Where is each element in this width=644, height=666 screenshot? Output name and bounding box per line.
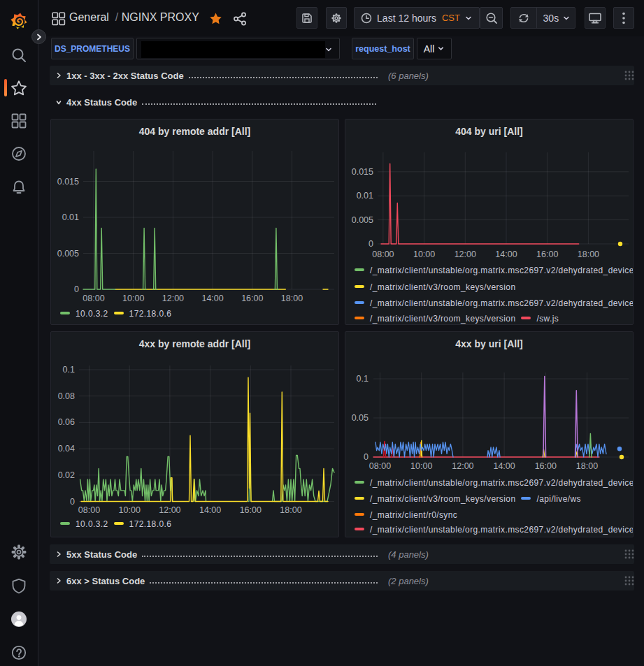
svg-text:14:00: 14:00	[199, 505, 221, 515]
svg-text:12:00: 12:00	[159, 505, 180, 515]
svg-text:0.05: 0.05	[352, 413, 368, 423]
svg-text:0.08: 0.08	[58, 391, 75, 401]
svg-text:0.1: 0.1	[357, 374, 368, 384]
svg-text:08:00: 08:00	[83, 294, 104, 303]
svg-text:0.1: 0.1	[63, 365, 75, 375]
svg-text:0.005: 0.005	[57, 249, 79, 259]
svg-text:0.015: 0.015	[57, 177, 79, 187]
svg-text:0.015: 0.015	[352, 167, 373, 177]
svg-text:0.06: 0.06	[58, 417, 75, 427]
svg-text:18:00: 18:00	[578, 249, 599, 259]
svg-text:16:00: 16:00	[535, 461, 557, 471]
svg-text:14:00: 14:00	[495, 249, 517, 259]
svg-text:08:00: 08:00	[78, 505, 100, 515]
svg-text:10:00: 10:00	[410, 461, 432, 471]
svg-text:12:00: 12:00	[452, 461, 473, 471]
svg-text:16:00: 16:00	[240, 505, 262, 515]
svg-text:18:00: 18:00	[280, 505, 301, 515]
svg-text:0: 0	[70, 497, 75, 507]
svg-text:0.04: 0.04	[58, 444, 75, 454]
svg-text:0: 0	[364, 452, 368, 462]
svg-text:16:00: 16:00	[536, 249, 558, 259]
svg-text:08:00: 08:00	[369, 461, 391, 471]
svg-text:0.02: 0.02	[58, 470, 75, 480]
svg-text:08:00: 08:00	[372, 249, 394, 259]
svg-text:0.01: 0.01	[357, 191, 373, 201]
svg-text:0.005: 0.005	[352, 215, 373, 225]
svg-text:12:00: 12:00	[162, 294, 184, 303]
svg-text:10:00: 10:00	[413, 249, 435, 259]
svg-text:10:00: 10:00	[122, 294, 144, 303]
svg-text:18:00: 18:00	[281, 294, 303, 303]
svg-text:0.01: 0.01	[62, 212, 79, 222]
svg-text:18:00: 18:00	[576, 461, 598, 471]
svg-text:12:00: 12:00	[455, 249, 476, 259]
svg-text:0: 0	[368, 239, 373, 249]
svg-text:10:00: 10:00	[119, 505, 141, 515]
svg-text:14:00: 14:00	[201, 294, 223, 303]
svg-text:14:00: 14:00	[493, 461, 515, 471]
svg-text:16:00: 16:00	[241, 294, 263, 303]
svg-text:0: 0	[74, 284, 79, 294]
